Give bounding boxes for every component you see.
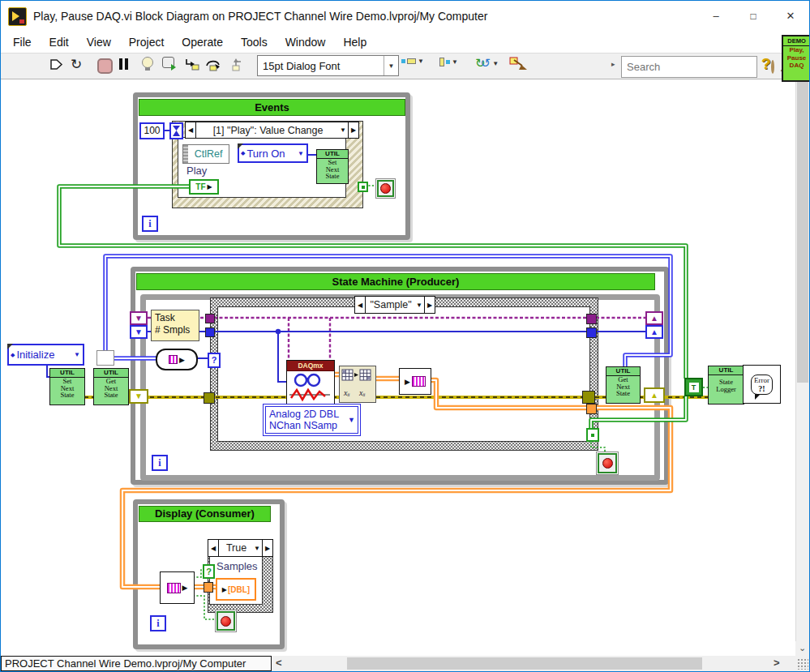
font-selector[interactable]: 15pt Dialog Font ▼ <box>257 55 399 76</box>
scroll-left-icon[interactable]: < <box>276 657 282 669</box>
channel-glyph-icon <box>169 355 178 364</box>
prev-case-icon[interactable]: ◀ <box>355 297 366 313</box>
run-continuous-icon[interactable]: ↻ <box>71 56 82 73</box>
next-case-icon[interactable]: ▶ <box>424 297 435 313</box>
tunnel-data-display[interactable] <box>204 582 213 593</box>
shift-register-error-left[interactable]: ▼ <box>129 389 148 404</box>
chevron-down-icon[interactable]: ▼ <box>340 126 348 134</box>
search-input[interactable] <box>622 60 771 74</box>
shift-register-samples-left[interactable]: ▼ <box>130 325 148 339</box>
initialize-enum-constant[interactable]: ◆ Initialize ▼ <box>7 344 84 366</box>
scroll-down-icon[interactable]: ⌄ <box>795 641 809 656</box>
context-help-icon[interactable]: ? <box>761 55 771 73</box>
get-next-state-subvi-main[interactable]: UTIL Get Next State <box>93 368 129 405</box>
channel-junction[interactable] <box>96 350 114 366</box>
menu-window[interactable]: Window <box>276 36 335 49</box>
daqmx-polymorphic-selector[interactable]: Analog 2D DBL NChan NSamp ▼ <box>263 404 361 436</box>
display-doc-icon[interactable]: i <box>150 615 166 631</box>
case-selector-terminal[interactable]: ? <box>208 353 221 368</box>
simple-error-handler-vi[interactable]: Error ?! <box>743 365 781 404</box>
chevron-down-icon[interactable]: ▼ <box>416 302 424 309</box>
reorder-button[interactable]: ↻↺ ▼ <box>475 56 499 71</box>
svg-text:xᵢᵢ: xᵢᵢ <box>358 388 366 397</box>
menu-file[interactable]: File <box>4 36 41 49</box>
pause-button-icon[interactable] <box>119 58 128 70</box>
chevron-down-icon[interactable]: ▼ <box>254 545 262 552</box>
step-over-icon[interactable] <box>205 58 221 71</box>
menu-project[interactable]: Project <box>120 36 174 49</box>
play-tf-terminal[interactable]: TF ▶ <box>189 179 219 195</box>
shift-register-task-right[interactable]: ▲ <box>645 311 663 325</box>
terminal-arrow-icon: ▶ <box>208 183 212 190</box>
step-into-icon[interactable] <box>184 58 200 71</box>
tunnel-error-right[interactable] <box>582 391 595 404</box>
get-next-state-subvi-loop[interactable]: UTIL Get Next State <box>606 366 641 404</box>
menu-help[interactable]: Help <box>334 36 375 49</box>
shift-register-samples-right[interactable]: ▲ <box>645 325 663 339</box>
display-case-selector[interactable]: ◀ True ▼ ▶ <box>208 539 273 557</box>
tunnel-samples-right[interactable] <box>586 327 597 338</box>
resize-grip[interactable] <box>797 658 808 670</box>
ctlref-constant[interactable]: CtlRef <box>182 144 229 164</box>
state-case-selector[interactable]: ◀ "Sample" ▼ ▶ <box>354 296 435 314</box>
tunnel-samples-left[interactable] <box>205 327 215 337</box>
retain-wire-values-icon[interactable] <box>162 57 174 68</box>
search-box[interactable] <box>621 56 757 78</box>
events-doc-icon[interactable]: i <box>142 216 158 232</box>
tunnel-error-left[interactable] <box>204 392 215 404</box>
tunnel-data-right[interactable] <box>586 404 597 414</box>
display-selector-terminal[interactable]: ? <box>203 564 215 579</box>
vertical-scrollbar-thumb[interactable] <box>797 81 808 383</box>
cleanup-diagram-button[interactable] <box>509 57 529 71</box>
tunnel-stop-bottom[interactable] <box>586 428 599 442</box>
state-machine-doc-icon[interactable]: i <box>152 455 168 471</box>
state-logger-subvi[interactable]: UTIL State Logger <box>708 366 744 404</box>
close-button[interactable]: ✕ <box>778 7 803 25</box>
task-smpls-label[interactable]: Task # Smpls <box>151 310 199 341</box>
producer-stop-terminal[interactable] <box>596 452 619 475</box>
next-case-icon[interactable]: ▶ <box>262 540 272 556</box>
title-bar[interactable]: Play, Pause DAQ.vi Block Diagram on PROJ… <box>1 1 809 32</box>
consumer-stop-terminal[interactable] <box>215 610 237 632</box>
abort-button-icon[interactable] <box>97 58 113 74</box>
run-button-icon[interactable] <box>49 58 64 71</box>
channel-reader-icon[interactable]: ▶ <box>156 349 198 370</box>
vi-icon[interactable]: DEMO Play, Pause DAQ <box>782 35 810 82</box>
step-out-icon[interactable] <box>229 58 245 71</box>
set-next-state-subvi[interactable]: UTIL Set Next State <box>316 149 349 184</box>
prev-case-icon[interactable]: ◀ <box>186 122 196 138</box>
menu-operate[interactable]: Operate <box>173 36 232 49</box>
toolbar-expand-icon[interactable]: ▸ <box>611 60 615 68</box>
menu-view[interactable]: View <box>78 36 120 49</box>
align-objects-button[interactable]: ▼ <box>401 58 424 65</box>
maximize-button[interactable]: □ <box>741 7 765 25</box>
horizontal-scrollbar-thumb[interactable] <box>347 657 702 670</box>
set-next-state-subvi-main[interactable]: UTIL Set Next State <box>49 368 85 405</box>
timeout-hourglass-icon[interactable] <box>169 122 183 139</box>
samples-dbl-indicator[interactable]: ▶ [DBL] <box>216 578 256 601</box>
array-to-matrix-icon[interactable]: xᵢᵢ xᵢᵢ <box>339 366 376 403</box>
timeout-constant[interactable]: 100 <box>139 122 165 139</box>
channel-writer-icon[interactable]: ▶ <box>399 368 431 395</box>
menu-tools[interactable]: Tools <box>232 36 276 49</box>
prev-case-icon[interactable]: ◀ <box>208 540 219 556</box>
turn-on-enum-constant[interactable]: ◆ Turn On ▼ <box>238 143 308 163</box>
menu-edit[interactable]: Edit <box>41 36 78 49</box>
events-stop-terminal[interactable] <box>375 178 396 199</box>
breadcrumb[interactable]: PROJECT Channel Wire Demo.lvproj/My Comp… <box>1 656 272 671</box>
next-case-icon[interactable]: ▶ <box>348 122 358 138</box>
tunnel-task-left[interactable] <box>205 314 215 323</box>
scroll-right-icon[interactable]: > <box>774 657 780 669</box>
distribute-objects-button[interactable]: ▼ <box>439 58 458 66</box>
true-constant[interactable]: T <box>684 378 703 396</box>
daqmx-read-vi[interactable]: DAQmx <box>286 360 335 407</box>
search-icon[interactable] <box>771 60 774 74</box>
event-stop-tunnel[interactable] <box>358 182 368 192</box>
highlight-execution-icon[interactable] <box>142 57 153 68</box>
shift-register-error-right[interactable]: ▲ <box>644 387 665 403</box>
channel-reader-display-icon[interactable]: ▶ <box>160 571 195 604</box>
tunnel-task-right[interactable] <box>586 314 597 324</box>
shift-register-task-left[interactable]: ▼ <box>130 311 148 325</box>
minimize-button[interactable]: – <box>704 7 728 25</box>
event-case-selector[interactable]: ◀ [1] "Play": Value Change ▼ ▶ <box>185 122 359 139</box>
